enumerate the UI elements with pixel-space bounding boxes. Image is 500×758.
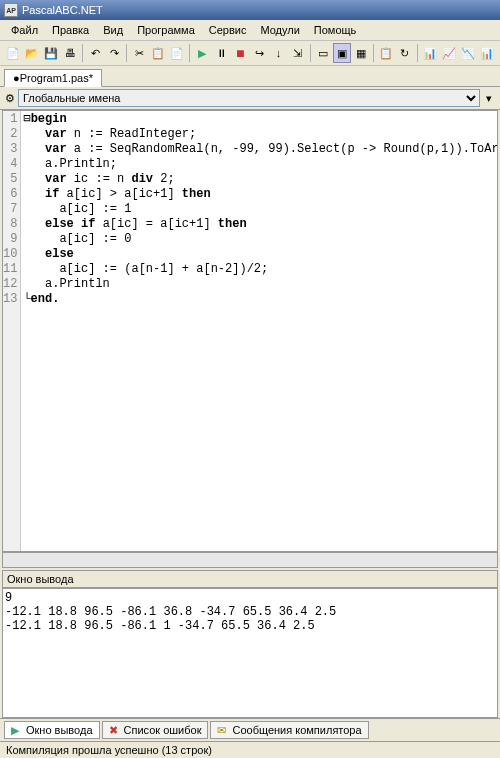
titlebar: AP PascalABC.NET [0, 0, 500, 20]
file-tab[interactable]: ●Program1.pas* [4, 69, 102, 87]
paste-button[interactable]: 📄 [168, 43, 186, 63]
horizontal-scrollbar[interactable] [2, 552, 498, 568]
separator [82, 44, 83, 62]
toolbar: 📄 📂 💾 🖶 ↶ ↷ ✂ 📋 📄 ▶ ⏸ ⏹ ↪ ↓ ⇲ ▭ ▣ ▦ 📋 ↻ … [0, 41, 500, 66]
scope-select[interactable]: Глобальные имена [18, 89, 480, 107]
layout1-button[interactable]: ▭ [314, 43, 332, 63]
new-file-button[interactable]: 📄 [4, 43, 22, 63]
open-button[interactable]: 📂 [23, 43, 41, 63]
tool-b-button[interactable]: ↻ [396, 43, 414, 63]
menubar: Файл Правка Вид Программа Сервис Модули … [0, 20, 500, 41]
copy-button[interactable]: 📋 [149, 43, 167, 63]
step-into-button[interactable]: ↓ [269, 43, 287, 63]
separator [310, 44, 311, 62]
pause-button[interactable]: ⏸ [212, 43, 230, 63]
dropdown-icon[interactable]: ▾ [482, 92, 496, 105]
run-button[interactable]: ▶ [193, 43, 211, 63]
step-out-button[interactable]: ⇲ [289, 43, 307, 63]
menu-modules[interactable]: Модули [253, 22, 306, 38]
code-content[interactable]: ⊟begin var n := ReadInteger; var a := Se… [21, 111, 498, 551]
tool-f-button[interactable]: 📊 [478, 43, 496, 63]
saveall-button[interactable]: 🖶 [61, 43, 79, 63]
statusbar: Компиляция прошла успешно (13 строк) [0, 741, 500, 758]
tabstrip: ●Program1.pas* [0, 66, 500, 87]
separator [126, 44, 127, 62]
tab-label: Список ошибок [124, 724, 202, 736]
tool-d-button[interactable]: 📈 [440, 43, 458, 63]
tool-c-button[interactable]: 📊 [421, 43, 439, 63]
menu-view[interactable]: Вид [96, 22, 130, 38]
tab-label: Сообщения компилятора [232, 724, 361, 736]
bottom-tab[interactable]: ✉Сообщения компилятора [210, 721, 368, 739]
menu-file[interactable]: Файл [4, 22, 45, 38]
tab-icon: ▶ [11, 724, 23, 736]
redo-button[interactable]: ↷ [105, 43, 123, 63]
separator [417, 44, 418, 62]
layout2-button[interactable]: ▣ [333, 43, 351, 63]
code-editor[interactable]: 12345678910111213 ⊟begin var n := ReadIn… [2, 110, 498, 552]
tool-e-button[interactable]: 📉 [459, 43, 477, 63]
scope-icon: ⚙ [4, 92, 16, 104]
tab-label: Окно вывода [26, 724, 93, 736]
window-title: PascalABC.NET [22, 4, 103, 16]
output-panel[interactable]: 9 -12.1 18.8 96.5 -86.1 36.8 -34.7 65.5 … [2, 588, 498, 718]
menu-service[interactable]: Сервис [202, 22, 254, 38]
stop-button[interactable]: ⏹ [231, 43, 249, 63]
tool-a-button[interactable]: 📋 [377, 43, 395, 63]
tab-icon: ✖ [109, 724, 121, 736]
menu-help[interactable]: Помощь [307, 22, 364, 38]
save-button[interactable]: 💾 [42, 43, 60, 63]
output-panel-title: Окно вывода [2, 570, 498, 588]
menu-program[interactable]: Программа [130, 22, 202, 38]
menu-edit[interactable]: Правка [45, 22, 96, 38]
tab-icon: ✉ [217, 724, 229, 736]
separator [373, 44, 374, 62]
scope-bar: ⚙ Глобальные имена ▾ [0, 87, 500, 110]
bottom-tab[interactable]: ▶Окно вывода [4, 721, 100, 739]
layout3-button[interactable]: ▦ [352, 43, 370, 63]
line-gutter: 12345678910111213 [3, 111, 21, 551]
undo-button[interactable]: ↶ [86, 43, 104, 63]
bottom-tabstrip: ▶Окно вывода✖Список ошибок✉Сообщения ком… [0, 718, 500, 741]
bottom-tab[interactable]: ✖Список ошибок [102, 721, 209, 739]
cut-button[interactable]: ✂ [130, 43, 148, 63]
app-icon: AP [4, 3, 18, 17]
separator [189, 44, 190, 62]
step-over-button[interactable]: ↪ [250, 43, 268, 63]
